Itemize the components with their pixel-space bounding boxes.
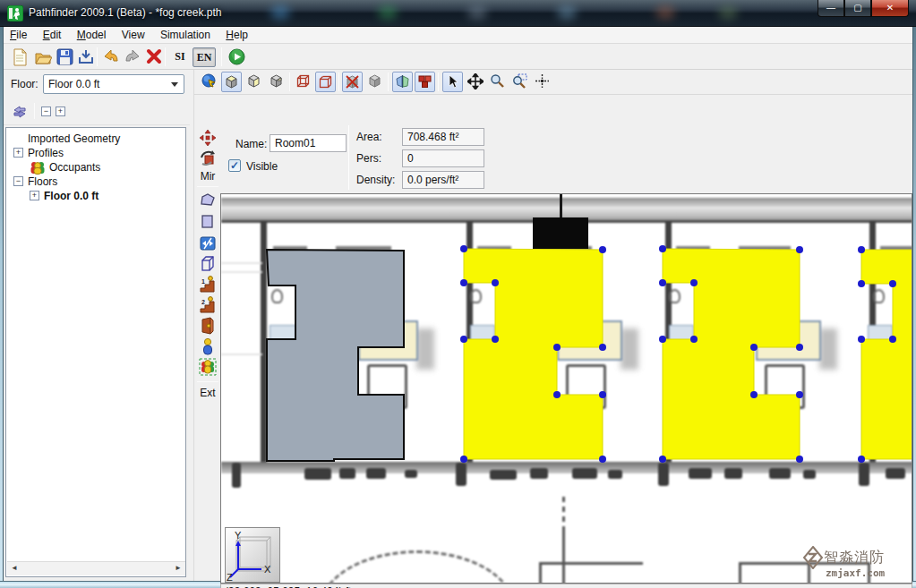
wireframe-open-cube-icon[interactable] [315,72,336,92]
expand-icon[interactable]: + [13,148,23,158]
cube-top-face-icon[interactable] [221,72,242,92]
selected-room[interactable] [464,249,603,459]
stairs-two-point-tool-icon[interactable]: 2 [198,296,218,316]
vertex-handle[interactable] [659,245,666,252]
vertex-handle[interactable] [553,344,561,351]
divider-tool-icon[interactable] [198,234,218,254]
orbit-view-icon[interactable] [199,72,219,92]
model-canvas[interactable]: Y X Z [220,193,912,584]
undo-icon[interactable] [100,47,122,68]
close-button[interactable]: ✕ [871,0,909,17]
area-label: Area: [356,131,382,143]
name-label: Name: [235,138,267,150]
refresh-tree-icon[interactable] [11,103,29,124]
vertex-handle[interactable] [858,336,865,343]
vertex-handle[interactable] [460,245,467,252]
collapse-icon[interactable]: − [13,176,23,186]
vertex-handle[interactable] [553,391,561,398]
door-tool-icon[interactable] [198,317,218,337]
vertex-handle[interactable] [599,246,606,253]
rooms-layer[interactable] [221,194,912,584]
wall-tool-icon[interactable] [198,255,218,275]
collapse-all-icon[interactable]: − [41,107,51,116]
vertex-handle[interactable] [659,336,666,343]
vertex-handle[interactable] [492,279,499,286]
vertex-handle[interactable] [599,456,606,463]
vertex-handle[interactable] [796,391,803,398]
menu-help[interactable]: Help [219,27,254,43]
vertex-handle[interactable] [599,391,606,398]
en-units-button[interactable]: EN [193,47,216,67]
redo-icon[interactable] [122,47,143,68]
solid-cube-icon[interactable] [364,72,385,92]
no-solid-cube-icon[interactable] [342,72,363,92]
visible-checkbox[interactable]: ✓ [228,159,241,172]
pers-field: 0 [402,149,484,167]
run-simulation-icon[interactable] [226,47,247,68]
add-occupant-group-tool-icon[interactable] [198,358,218,378]
vertex-handle[interactable] [889,280,896,287]
vertex-handle[interactable] [750,391,758,398]
selected-room[interactable] [663,249,800,459]
vertex-handle[interactable] [889,336,896,343]
add-occupant-tool-icon[interactable] [198,337,218,357]
vertex-handle[interactable] [858,280,865,287]
import-icon[interactable] [75,47,97,68]
tree-horizontal-scrollbar[interactable]: ◄ ► [7,561,185,575]
menu-edit[interactable]: Edit [37,27,68,43]
stairs-one-point-tool-icon[interactable]: 1 [198,276,218,295]
vertex-handle[interactable] [858,456,865,463]
select-cursor-icon[interactable] [442,72,463,92]
open-folder-icon[interactable] [32,47,54,68]
menu-simulation[interactable]: Simulation [154,27,217,43]
selected-room[interactable] [861,250,912,459]
vertex-handle[interactable] [796,246,803,253]
vertex-handle[interactable] [460,456,467,463]
vertex-handle[interactable] [659,456,666,463]
menu-file[interactable]: File [4,27,33,43]
watermark-url: zmjaxf.com [826,567,908,579]
move-tool-icon[interactable] [198,129,218,149]
extract-tool-button[interactable]: Ext [194,387,221,399]
si-units-button[interactable]: SI [169,47,191,67]
expand-icon[interactable]: + [30,191,39,200]
cube-side-face-icon[interactable] [244,72,264,92]
mirror-tool-button[interactable]: Mir [194,170,221,183]
scroll-right-icon[interactable]: ► [175,564,182,572]
vertex-handle[interactable] [750,344,758,351]
room-Room01[interactable] [267,250,404,461]
maximize-button[interactable]: ▢ [844,0,871,17]
vertex-handle[interactable] [858,246,865,253]
zoom-icon[interactable] [487,72,508,92]
save-icon[interactable] [54,47,75,68]
vertex-handle[interactable] [690,279,698,286]
vertex-handle[interactable] [492,336,499,343]
vertex-handle[interactable] [599,344,606,351]
pan-icon[interactable] [465,72,485,92]
vertex-handle[interactable] [796,344,803,351]
vertex-handle[interactable] [659,279,666,286]
rectangle-room-tool-icon[interactable] [198,213,218,233]
zoom-rect-icon[interactable] [509,72,530,92]
floor-select[interactable]: Floor 0.0 ft [43,74,184,94]
vertex-handle[interactable] [796,456,803,463]
minimize-button[interactable]: — [818,0,844,17]
menu-model[interactable]: Model [71,27,113,43]
new-file-icon[interactable] [9,47,30,68]
menu-view[interactable]: View [116,27,151,43]
vertex-handle[interactable] [460,336,467,343]
scroll-left-icon[interactable]: ◄ [11,564,18,572]
cube-corner-icon[interactable] [266,72,287,92]
group-cubes-icon[interactable] [415,72,435,92]
split-geometry-icon[interactable] [392,72,413,92]
vertex-handle[interactable] [460,279,467,286]
polygon-room-tool-icon[interactable] [198,192,218,211]
wireframe-cube-icon[interactable] [293,72,313,92]
rotate-tool-icon[interactable] [198,149,218,169]
expand-all-icon[interactable]: + [56,107,65,116]
vertex-handle[interactable] [690,336,698,343]
glass-reflection [654,4,677,21]
zoom-fit-icon[interactable] [532,72,552,92]
name-input[interactable]: Room01 [270,134,347,152]
delete-icon[interactable] [143,47,165,68]
